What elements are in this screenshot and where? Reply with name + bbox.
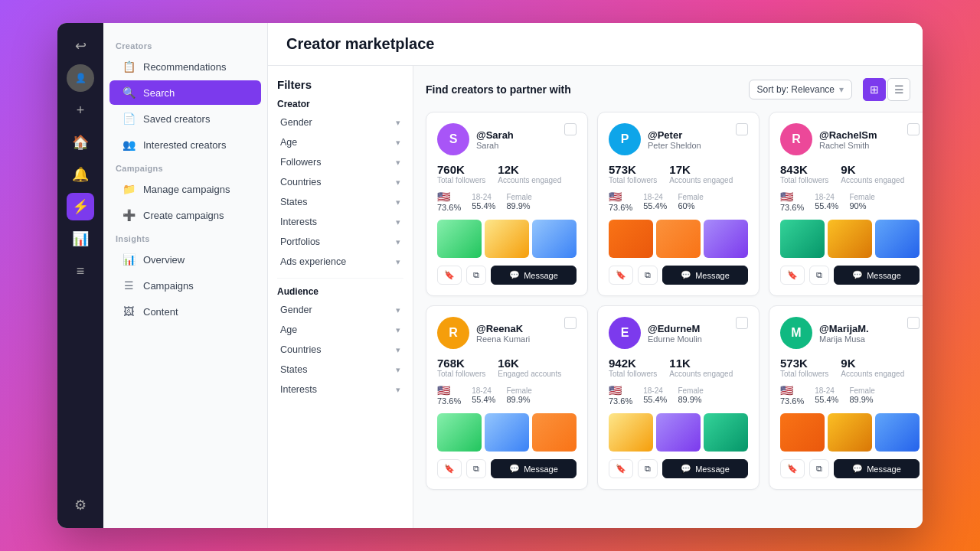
- gender-label: Female: [506, 193, 531, 201]
- filter-interests[interactable]: Interests ▾: [277, 212, 403, 232]
- filter-countries[interactable]: Countries ▾: [277, 172, 403, 192]
- select-checkbox[interactable]: [736, 317, 748, 329]
- content-area: Filters Creator Gender ▾ Age ▾ Followers…: [268, 66, 923, 528]
- sidebar-item-search[interactable]: 🔍 Search: [109, 80, 261, 105]
- bookmark-button[interactable]: 🔖: [780, 266, 805, 285]
- accounts-engaged-stat: 9K Accounts engaged: [841, 357, 904, 378]
- user-avatar[interactable]: 👤: [67, 64, 94, 92]
- page-title: Creator marketplace: [286, 35, 904, 53]
- sidebar-item-manage-campaigns[interactable]: 📁 Manage campaigns: [109, 177, 261, 201]
- post-thumbnail: [532, 220, 577, 258]
- creator-card: E @EdurneM Edurne Moulin 942K Total foll…: [597, 305, 760, 490]
- campaigns-insights-icon: ☰: [122, 279, 136, 292]
- share-button[interactable]: ⧉: [638, 266, 658, 285]
- message-button[interactable]: 💬 Message: [491, 266, 577, 285]
- filter-portfolios[interactable]: Portfolios ▾: [277, 232, 403, 252]
- creator-handle: @Peter: [648, 129, 701, 141]
- stats-row: 573K Total followers 9K Accounts engaged: [780, 357, 920, 378]
- select-checkbox[interactable]: [564, 123, 577, 135]
- creator-handle: @Sarah: [476, 129, 514, 141]
- message-button[interactable]: 💬 Message: [662, 459, 748, 478]
- bookmark-button[interactable]: 🔖: [437, 459, 462, 478]
- filters-panel: Filters Creator Gender ▾ Age ▾ Followers…: [268, 66, 413, 528]
- message-button[interactable]: 💬 Message: [834, 459, 920, 478]
- sidebar-item-content[interactable]: 🖼 Content: [109, 299, 261, 324]
- post-thumbnail: [656, 413, 701, 452]
- flag-percentage: 73.6%: [437, 396, 461, 406]
- sidebar-item-saved-creators[interactable]: 📄 Saved creators: [109, 106, 261, 131]
- filter-audience-gender[interactable]: Gender ▾: [277, 300, 403, 320]
- engaged-value: 17K: [669, 163, 733, 176]
- filter-age[interactable]: Age ▾: [277, 132, 403, 152]
- filter-ads-experience[interactable]: Ads experience ▾: [277, 252, 403, 272]
- analytics-icon[interactable]: 📊: [67, 225, 94, 253]
- back-icon[interactable]: ↩: [67, 32, 94, 60]
- list-view-button[interactable]: ☰: [887, 78, 910, 101]
- post-thumbnail: [532, 413, 577, 452]
- share-button[interactable]: ⧉: [809, 266, 829, 285]
- menu-icon[interactable]: ≡: [67, 257, 94, 285]
- creator-avatar: S: [437, 123, 469, 155]
- flag-meta: 🇺🇸 73.6%: [609, 191, 632, 212]
- age-meta: 18-24 55.4%: [472, 386, 495, 404]
- select-checkbox[interactable]: [907, 317, 920, 329]
- bookmark-button[interactable]: 🔖: [437, 266, 462, 285]
- flag-percentage: 73.6%: [437, 203, 461, 212]
- sort-dropdown[interactable]: Sort by: Relevance ▾: [749, 80, 852, 99]
- followers-value: 843K: [780, 163, 828, 176]
- image-strip: [780, 413, 920, 452]
- message-button[interactable]: 💬 Message: [662, 266, 748, 285]
- bookmark-button[interactable]: 🔖: [609, 459, 633, 478]
- sidebar-item-create-campaigns[interactable]: ➕ Create campaigns: [109, 203, 261, 227]
- filter-followers[interactable]: Followers ▾: [277, 152, 403, 172]
- select-checkbox[interactable]: [736, 123, 748, 135]
- select-checkbox[interactable]: [907, 123, 920, 135]
- message-icon: 💬: [681, 270, 691, 280]
- creators-subtitle: Find creators to partner with: [426, 83, 571, 96]
- share-button[interactable]: ⧉: [809, 459, 829, 478]
- creator-name: Sarah: [476, 141, 514, 150]
- sidebar-item-campaigns-insights[interactable]: ☰ Campaigns: [109, 273, 261, 298]
- search-icon: 🔍: [122, 86, 136, 99]
- settings-icon[interactable]: ⚙: [67, 491, 94, 519]
- message-button[interactable]: 💬 Message: [834, 266, 920, 285]
- followers-value: 768K: [437, 357, 485, 370]
- chevron-down-icon: ▾: [396, 158, 400, 168]
- engaged-value: 12K: [498, 163, 561, 176]
- gender-percentage: 89.9%: [678, 395, 703, 404]
- select-checkbox[interactable]: [564, 317, 577, 329]
- filter-divider: [277, 278, 403, 279]
- message-button[interactable]: 💬 Message: [491, 459, 577, 478]
- bookmark-button[interactable]: 🔖: [780, 459, 805, 478]
- share-button[interactable]: ⧉: [466, 266, 486, 285]
- creator-card: S @Sarah Sarah 760K Total followers 12K …: [426, 112, 588, 296]
- notification-icon[interactable]: 🔔: [67, 161, 94, 188]
- home-icon[interactable]: 🏠: [67, 129, 94, 156]
- sidebar-label-recommendations: Recommendations: [143, 61, 226, 73]
- add-icon[interactable]: +: [67, 96, 94, 124]
- sidebar-item-recommendations[interactable]: 📋 Recommendations: [109, 54, 261, 79]
- filter-states[interactable]: States ▾: [277, 192, 403, 212]
- sidebar-label-campaigns-insights: Campaigns: [143, 280, 194, 292]
- filter-audience-states[interactable]: States ▾: [277, 360, 403, 380]
- share-button[interactable]: ⧉: [466, 459, 486, 478]
- sidebar-item-interested-creators[interactable]: 👥 Interested creators: [109, 132, 261, 157]
- filter-interests-label: Interests: [280, 217, 317, 227]
- flag-meta: 🇺🇸 73.6%: [780, 191, 804, 212]
- filter-gender[interactable]: Gender ▾: [277, 112, 403, 132]
- sidebar-item-overview[interactable]: 📊 Overview: [109, 247, 261, 272]
- creators-area: Find creators to partner with Sort by: R…: [413, 66, 923, 528]
- post-thumbnail: [780, 413, 825, 452]
- view-toggles: ⊞ ☰: [863, 78, 910, 101]
- marketplace-icon[interactable]: ⚡: [67, 193, 94, 220]
- filter-audience-interests[interactable]: Interests ▾: [277, 380, 403, 399]
- age-label: 18-24: [643, 193, 667, 201]
- grid-view-button[interactable]: ⊞: [863, 78, 886, 101]
- filter-audience-countries[interactable]: Countries ▾: [277, 340, 403, 360]
- filter-audience-age[interactable]: Age ▾: [277, 320, 403, 340]
- bookmark-button[interactable]: 🔖: [609, 266, 633, 285]
- message-icon: 💬: [509, 464, 520, 474]
- followers-label: Total followers: [437, 176, 485, 184]
- share-button[interactable]: ⧉: [638, 459, 658, 478]
- card-actions: 🔖 ⧉ 💬 Message: [780, 266, 920, 285]
